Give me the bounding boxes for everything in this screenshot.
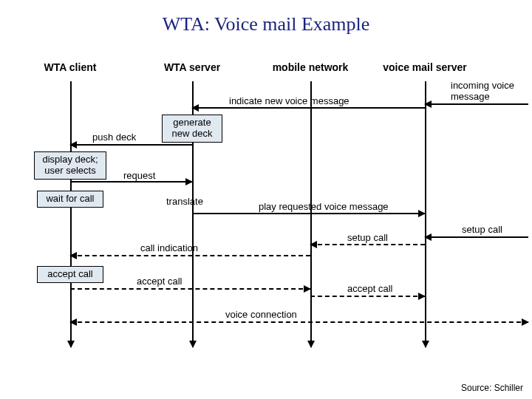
label-incoming: incoming voice message [451, 80, 514, 102]
arrow-play [192, 213, 425, 214]
label-callind: call indication [140, 242, 198, 253]
box-accept: accept call [37, 266, 103, 283]
label-voiceconn: voice connection [225, 309, 297, 320]
label-play: play requested voice message [259, 201, 389, 212]
arrow-setup1 [425, 236, 528, 238]
arrow-request [70, 181, 192, 183]
label-acceptcall1: accept call [137, 276, 182, 287]
label-request: request [123, 170, 155, 181]
arrow-acceptcall2 [310, 296, 425, 297]
label-setup2: setup call [347, 232, 388, 243]
source-label: Source: Schiller [461, 383, 523, 393]
label-setup1: setup call [462, 224, 502, 235]
label-acceptcall2: accept call [347, 283, 392, 294]
sequence-diagram: WTA client WTA server mobile network voi… [0, 52, 532, 362]
label-indicate: indicate new voice message [229, 95, 349, 106]
arrow-acceptcall1 [70, 288, 310, 290]
lane-mobile: mobile network [273, 61, 349, 73]
lifeline-client [70, 81, 72, 347]
lane-client: WTA client [44, 61, 97, 73]
page-title: WTA: Voice mail Example [0, 0, 532, 35]
arrow-voiceconn [70, 321, 528, 323]
arrow-indicate [192, 107, 425, 109]
label-push: push deck [92, 132, 136, 143]
label-translate: translate [166, 196, 203, 207]
arrow-setup2 [310, 244, 425, 245]
box-display: display deck; user selects [34, 151, 106, 180]
arrow-incoming [425, 103, 528, 105]
box-wait: wait for call [37, 191, 103, 208]
lane-server: WTA server [164, 61, 220, 73]
lane-voicemail: voice mail server [383, 61, 467, 73]
arrow-callind [70, 255, 310, 256]
lifeline-mobile [310, 81, 312, 347]
arrow-push [70, 144, 192, 146]
box-generate: generate new deck [162, 115, 222, 143]
